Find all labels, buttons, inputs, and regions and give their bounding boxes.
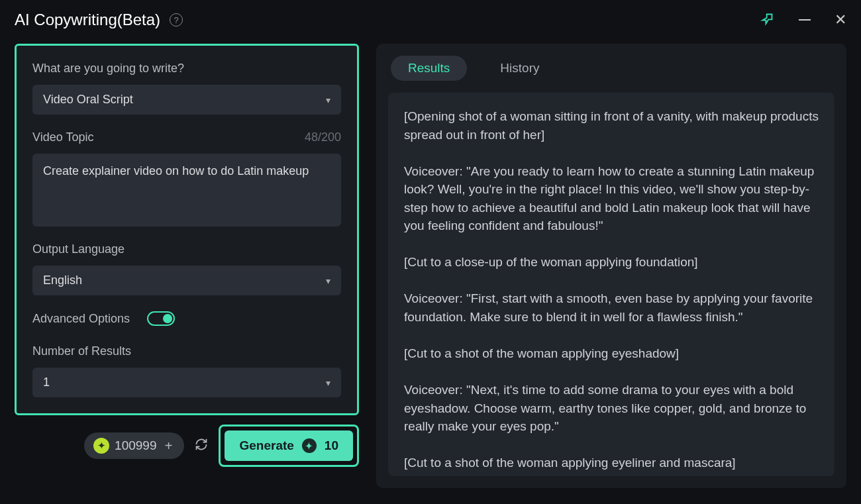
spark-icon: ✦ [93,438,109,454]
bottom-bar: ✦ 100999 + Generate ✦ 10 [15,425,359,467]
topic-label: Video Topic [32,130,93,144]
write-type-label: What are you going to write? [32,62,341,76]
header: AI Copywriting(Beta) ? ✕ [0,0,861,36]
tab-results[interactable]: Results [391,56,467,81]
language-select[interactable]: English ▾ [32,266,341,295]
credits-value: 100999 [115,438,156,453]
chevron-down-icon: ▾ [326,276,330,286]
write-type-value: Video Oral Script [43,93,133,107]
refresh-icon[interactable] [195,438,208,454]
generate-button[interactable]: Generate ✦ 10 [225,430,353,461]
header-left: AI Copywriting(Beta) ? [15,11,183,29]
topic-label-row: Video Topic 48/200 [32,130,341,144]
chevron-down-icon: ▾ [326,378,330,388]
advanced-toggle[interactable] [147,311,175,326]
tabs: Results History [388,56,841,81]
generate-label: Generate [239,438,293,453]
pin-icon[interactable] [760,11,775,28]
results-count-select[interactable]: 1 ▾ [32,368,341,397]
help-icon[interactable]: ? [170,13,183,26]
form-panel: What are you going to write? Video Oral … [15,44,359,415]
app-title: AI Copywriting(Beta) [15,11,160,29]
language-label: Output Language [32,242,341,256]
results-count-value: 1 [43,376,50,389]
advanced-row: Advanced Options [32,311,341,326]
minimize-icon[interactable] [799,19,811,21]
left-column: What are you going to write? Video Oral … [15,44,359,488]
result-area[interactable]: [Opening shot of a woman sitting in fron… [388,93,835,476]
advanced-label: Advanced Options [32,312,130,326]
add-credits-button[interactable]: + [162,439,175,452]
generate-cost: 10 [325,438,338,453]
topic-input[interactable]: Create explainer video on how to do Lati… [32,154,341,227]
right-column: Results History [Opening shot of a woman… [376,44,846,488]
main: What are you going to write? Video Oral … [0,36,861,500]
result-text: [Opening shot of a woman sitting in fron… [404,107,819,472]
chevron-down-icon: ▾ [326,95,330,105]
credits-pill: ✦ 100999 + [84,432,184,459]
toggle-knob [163,314,172,323]
write-type-select[interactable]: Video Oral Script ▾ [32,85,341,115]
tab-history[interactable]: History [483,56,556,81]
language-value: English [43,274,82,287]
spark-icon: ✦ [302,438,317,453]
topic-counter: 48/200 [305,130,341,144]
header-right: ✕ [760,11,846,28]
results-count-label: Number of Results [32,344,341,358]
close-icon[interactable]: ✕ [835,13,846,27]
generate-wrap: Generate ✦ 10 [219,425,359,467]
